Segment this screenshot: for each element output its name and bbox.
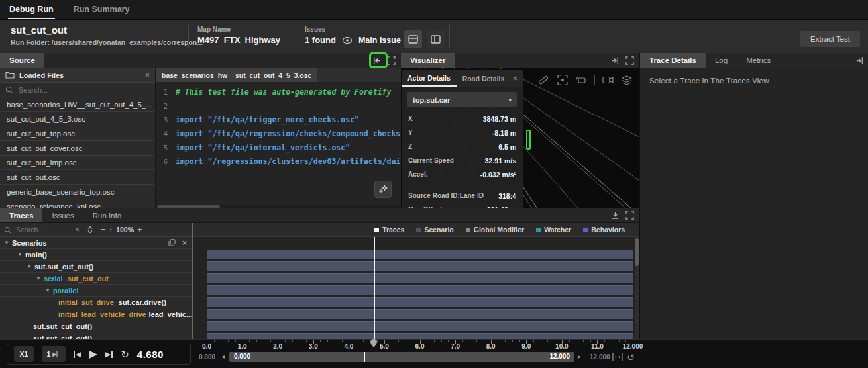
zoom-out-icon[interactable]: − xyxy=(101,226,106,233)
skip-start-icon[interactable]: ◀ xyxy=(74,351,81,358)
file-item[interactable]: sut_cut_out_cover.osc xyxy=(0,141,155,156)
tab-visualizer[interactable]: Visualizer xyxy=(401,53,455,68)
tab-actor-details[interactable]: Actor Details xyxy=(402,70,457,87)
file-item[interactable]: base_scenarios_HW__sut_cut_out_4_5_... xyxy=(0,97,155,112)
divider xyxy=(97,225,97,234)
tab-source[interactable]: Source xyxy=(0,53,44,68)
replay-icon[interactable]: ↻ xyxy=(121,349,129,359)
tab-issues[interactable]: Issues xyxy=(42,208,83,222)
files-search-input[interactable] xyxy=(17,85,150,95)
sut-vehicle-marker[interactable] xyxy=(526,130,531,150)
extract-test-button[interactable]: Extract Test xyxy=(800,31,860,47)
fullscreen-icon[interactable] xyxy=(622,208,637,222)
close-icon[interactable]: × xyxy=(513,70,523,87)
chevron-down-icon[interactable]: ▼ xyxy=(4,240,9,246)
search-icon xyxy=(4,226,11,234)
main-issue-link[interactable]: Main Issue xyxy=(358,36,401,45)
play-icon[interactable]: ▶ xyxy=(89,349,97,359)
chevron-down-icon[interactable]: ▼ xyxy=(17,252,23,257)
timeline-canvas[interactable] xyxy=(193,237,639,339)
chevron-down-icon[interactable]: ▼ xyxy=(36,275,41,281)
file-item[interactable]: sut_cut_out_top.osc xyxy=(0,126,155,141)
ai-assist-button[interactable] xyxy=(374,181,392,198)
code-line: import "/ftx/qa/regression/checks/compou… xyxy=(176,127,401,141)
file-item[interactable]: scenario_relevance_kpi.osc xyxy=(0,199,155,208)
trace-bar[interactable] xyxy=(207,333,633,339)
tab-run-summary[interactable]: Run Summary xyxy=(72,1,131,19)
editor-file-tab[interactable]: base_scenarios_hw__sut_cut_out_4_5_3.osc xyxy=(156,68,317,82)
download-icon[interactable] xyxy=(608,208,622,222)
tab-traces[interactable]: Traces xyxy=(0,208,42,222)
expand-collapse-all-icon[interactable] xyxy=(87,226,93,234)
reset-zoom-icon[interactable]: ↺ xyxy=(627,352,635,363)
tree-row-parallel[interactable]: ▼parallel xyxy=(0,285,192,297)
fit-vertical-icon[interactable]: ↕ xyxy=(109,226,113,233)
eye-icon[interactable] xyxy=(342,36,353,44)
trace-bar[interactable] xyxy=(207,285,633,295)
axis-tick xyxy=(299,340,299,342)
tree-row-scenarios[interactable]: ▼ Scenarios × xyxy=(0,237,192,249)
close-icon[interactable]: × xyxy=(182,238,187,248)
trace-bar[interactable] xyxy=(207,261,633,271)
file-item[interactable]: sut_cut_out_imp.osc xyxy=(0,156,155,170)
chevron-down-icon[interactable]: ▼ xyxy=(27,263,32,269)
field-value: -8.18 m xyxy=(492,129,516,137)
scrub-right-icon[interactable]: ▸ xyxy=(578,353,581,360)
focus-target-icon[interactable] xyxy=(556,73,569,87)
tree-row-sut-cut-out-2[interactable]: sut.sut_cut_out() xyxy=(0,320,192,332)
collapse-panel-right-icon[interactable] xyxy=(852,53,867,68)
axis-tick xyxy=(498,340,498,342)
fit-range-icon[interactable] xyxy=(612,353,623,361)
tab-log[interactable]: Log xyxy=(706,53,737,68)
file-item[interactable]: sut_cut_out.osc xyxy=(0,170,155,185)
actor-select-dropdown[interactable]: top.sut.car ▾ xyxy=(407,92,517,107)
trace-bar[interactable] xyxy=(207,250,633,259)
divider xyxy=(402,185,523,185)
time-axis[interactable]: 0.01.02.03.04.05.06.07.08.09.010.011.012… xyxy=(192,340,649,351)
tab-road-details[interactable]: Road Details xyxy=(457,70,511,87)
layers-icon[interactable] xyxy=(620,73,633,87)
tree-row-sut-cut-out[interactable]: ▼sut.sut_cut_out() xyxy=(0,261,192,273)
zoom-in-icon[interactable]: + xyxy=(137,226,142,233)
scrubber-track[interactable]: 0.000 12.000 xyxy=(229,352,574,362)
layout-split-vertical-button[interactable] xyxy=(427,30,445,48)
tree-search-input[interactable] xyxy=(15,225,72,234)
timeline-vertical-scrollbar[interactable] xyxy=(635,237,639,339)
tree-row-initial-lead-vehicle-drive[interactable]: initial_lead_vehicle_drivelead_vehic... xyxy=(0,308,192,320)
skip-end-icon[interactable]: ▶ xyxy=(105,351,113,358)
code-area[interactable]: 1# This test file was auto-generated by … xyxy=(156,82,401,169)
axis-pin[interactable] xyxy=(370,339,378,347)
video-camera-icon[interactable] xyxy=(601,73,614,87)
copy-icon[interactable] xyxy=(168,239,176,246)
tree-row-main[interactable]: ▼main() xyxy=(0,249,192,261)
trace-bar[interactable] xyxy=(207,309,633,319)
layout-split-horizontal-button[interactable] xyxy=(404,30,422,48)
scrubber-marker[interactable] xyxy=(364,352,365,362)
fullscreen-icon[interactable] xyxy=(622,53,637,68)
scrub-left-icon[interactable]: ◂ xyxy=(221,353,225,360)
trace-bar[interactable] xyxy=(207,321,633,331)
file-item[interactable]: generic_base_scenario_top.osc xyxy=(0,185,155,199)
trace-details-message: Select a Trace in The Traces View xyxy=(640,68,868,93)
tab-run-info[interactable]: Run Info xyxy=(83,208,131,222)
chevron-down-icon[interactable]: ▼ xyxy=(45,287,50,293)
collapse-panel-right-icon[interactable] xyxy=(608,53,622,68)
camera-reset-icon[interactable] xyxy=(575,73,588,87)
file-item[interactable]: sut_cut_out_4_5_3.osc xyxy=(0,112,155,126)
tree-row-initial-sut-drive[interactable]: initial_sut_drivesut.car.drive() xyxy=(0,297,192,308)
tab-trace-details[interactable]: Trace Details xyxy=(640,53,706,68)
step-button[interactable]: 1▶▏ xyxy=(42,346,66,362)
playhead[interactable] xyxy=(374,237,375,339)
close-icon[interactable]: × xyxy=(145,71,150,80)
tab-debug-run[interactable]: Debug Run xyxy=(8,1,55,19)
speed-button[interactable]: X1 xyxy=(14,346,34,362)
clear-search-icon[interactable]: × xyxy=(75,225,80,234)
tree-row-serial[interactable]: ▼serialsut_cut_out xyxy=(0,273,192,285)
tree-row-sut-cut-out-3[interactable]: sut.sut_cut_out() xyxy=(0,332,192,339)
tab-metrics[interactable]: Metrics xyxy=(737,53,780,68)
measure-icon[interactable] xyxy=(537,73,550,87)
run-folder-path: Run Folder: /users/shared/yonatan_exampl… xyxy=(11,38,203,46)
trace-bar[interactable] xyxy=(207,297,633,307)
legend-item: Global Modifier xyxy=(466,226,524,234)
trace-bar[interactable] xyxy=(207,273,633,283)
